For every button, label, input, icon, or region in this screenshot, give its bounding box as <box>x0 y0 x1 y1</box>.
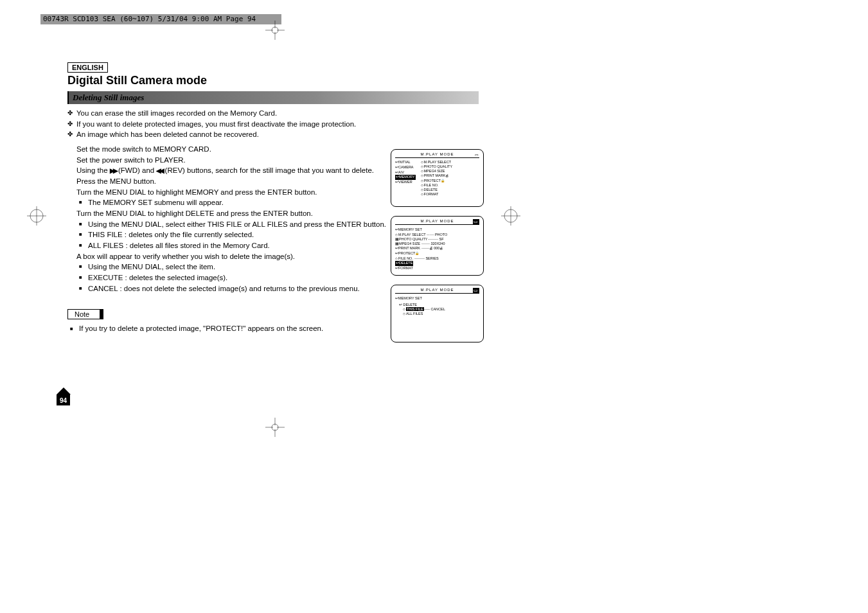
lcd-subheading: DELETE <box>399 302 479 306</box>
return-icon: MEMORY <box>395 175 416 180</box>
rev-icon: ◀◀ <box>156 167 163 174</box>
return-icon: A/V <box>395 170 420 175</box>
registration-mark-right <box>501 206 520 226</box>
menu-item: PRINT MARK <box>421 173 453 178</box>
intro-item: An image which has been deleted cannot b… <box>76 129 479 140</box>
menu-item: DELETE <box>421 188 453 192</box>
section-subtitle: Deleting Still images <box>67 91 479 104</box>
return-icon: INITIAL <box>395 160 420 165</box>
menu-row: FORMAT <box>395 266 479 271</box>
fwd-icon: ▶▶ <box>110 167 116 174</box>
step-text: (REV) buttons, search for the still imag… <box>165 166 374 174</box>
lcd-title: M.PLAY MODE <box>395 152 479 158</box>
lcd-heading: MEMORY SET <box>395 296 479 300</box>
lcd-title: M.PLAY MODE▭ <box>395 219 479 225</box>
lcd-screen-2: M.PLAY MODE▭ MEMORY SET M.PLAY SELECT ··… <box>391 216 484 276</box>
step-text: A box will appear to verify whether you … <box>76 253 295 260</box>
menu-row: FILE NO. ················ SERIES <box>395 256 479 261</box>
lcd-screen-3: M.PLAY MODE▭ MEMORY SET DELETE THIS FILE… <box>391 285 484 342</box>
intro-list: You can erase the still images recorded … <box>67 108 479 140</box>
menu-row: THIS FILE········· CANCEL <box>403 307 479 312</box>
menu-item: PHOTO QUALITY <box>421 164 453 169</box>
card-icon: ▭ <box>473 219 479 224</box>
language-label: ENGLISH <box>67 62 108 73</box>
menu-item: FILE NO. <box>421 183 453 188</box>
note-label-box: Note <box>67 309 103 319</box>
step-text: Using the <box>76 166 110 174</box>
step-text: Turn the MENU DIAL to highlight DELETE a… <box>76 209 313 217</box>
card-icon <box>475 152 479 157</box>
intro-item: If you want to delete protected images, … <box>76 119 479 130</box>
menu-item: M.PLAY SELECT <box>421 160 453 164</box>
crop-mark-top <box>265 21 285 40</box>
step-text: Turn the MENU DIAL to highlight MEMORY a… <box>76 188 317 196</box>
menu-row: ALL FILES <box>403 312 479 316</box>
card-icon: ▭ <box>473 288 479 293</box>
page-title: Digital Still Camera mode <box>67 74 479 87</box>
lcd-screens-column: M.PLAY MODE INITIAL CAMERA A/V MEMORY VI… <box>391 149 484 351</box>
menu-row: ▦PHOTO QUALITY················ SF <box>395 237 479 242</box>
menu-row: M.PLAY SELECT ··········· PHOTO <box>395 233 479 237</box>
return-icon: VIEWER <box>395 180 420 185</box>
menu-row: PROTECT <box>395 251 479 256</box>
menu-row: ▦MPEG4 SIZE ············· 320X240 <box>395 242 479 246</box>
lcd-screen-1: M.PLAY MODE INITIAL CAMERA A/V MEMORY VI… <box>391 149 484 207</box>
menu-item: PROTECT <box>421 179 453 183</box>
menu-row: PRINT MARK ············🖨 000 <box>395 246 479 251</box>
page-number: 94 <box>57 395 70 405</box>
crop-mark-bottom <box>265 418 285 437</box>
file-header-strip: 00743R SCD103 SEA (60~107) 5/31/04 9:00 … <box>40 14 281 24</box>
intro-item: You can erase the still images recorded … <box>76 108 479 119</box>
step-text: (FWD) and <box>118 166 156 174</box>
lcd-title: M.PLAY MODE▭ <box>395 288 479 294</box>
menu-row: DELETE <box>395 261 413 266</box>
registration-mark-left <box>27 206 46 226</box>
lcd-heading: MEMORY SET <box>395 227 479 231</box>
menu-item: MPEG4 SIZE <box>421 169 453 173</box>
return-icon: CAMERA <box>395 165 420 170</box>
menu-item: FORMAT <box>421 192 453 197</box>
